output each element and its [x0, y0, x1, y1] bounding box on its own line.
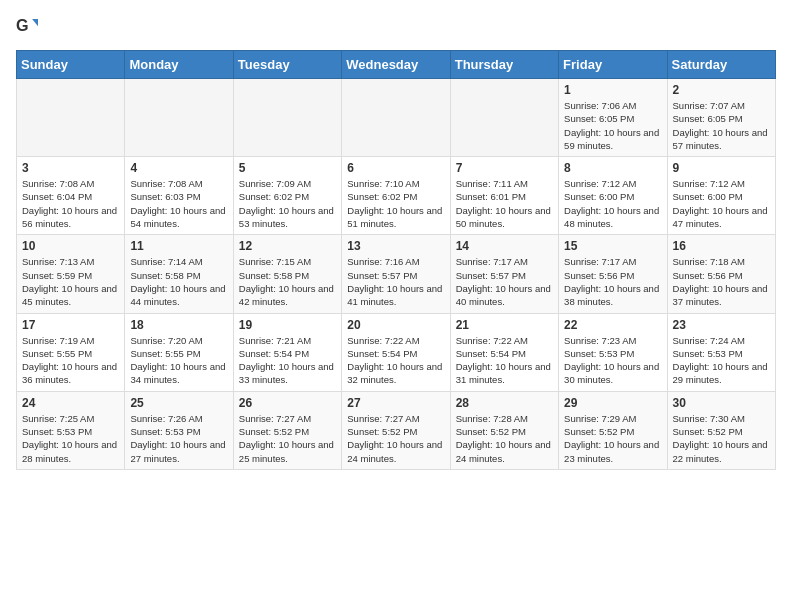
calendar-cell: 6Sunrise: 7:10 AM Sunset: 6:02 PM Daylig…	[342, 157, 450, 235]
svg-text:G: G	[16, 16, 29, 34]
day-number: 27	[347, 396, 444, 410]
day-info: Sunrise: 7:24 AM Sunset: 5:53 PM Dayligh…	[673, 334, 770, 387]
calendar-cell: 19Sunrise: 7:21 AM Sunset: 5:54 PM Dayli…	[233, 313, 341, 391]
calendar-week-4: 17Sunrise: 7:19 AM Sunset: 5:55 PM Dayli…	[17, 313, 776, 391]
calendar-cell: 4Sunrise: 7:08 AM Sunset: 6:03 PM Daylig…	[125, 157, 233, 235]
calendar-cell: 15Sunrise: 7:17 AM Sunset: 5:56 PM Dayli…	[559, 235, 667, 313]
logo: G	[16, 16, 42, 38]
day-info: Sunrise: 7:27 AM Sunset: 5:52 PM Dayligh…	[347, 412, 444, 465]
day-number: 21	[456, 318, 553, 332]
calendar-cell: 23Sunrise: 7:24 AM Sunset: 5:53 PM Dayli…	[667, 313, 775, 391]
day-number: 22	[564, 318, 661, 332]
day-info: Sunrise: 7:16 AM Sunset: 5:57 PM Dayligh…	[347, 255, 444, 308]
day-info: Sunrise: 7:11 AM Sunset: 6:01 PM Dayligh…	[456, 177, 553, 230]
calendar-cell: 1Sunrise: 7:06 AM Sunset: 6:05 PM Daylig…	[559, 79, 667, 157]
calendar-cell	[450, 79, 558, 157]
calendar-cell: 12Sunrise: 7:15 AM Sunset: 5:58 PM Dayli…	[233, 235, 341, 313]
calendar-cell	[342, 79, 450, 157]
day-info: Sunrise: 7:20 AM Sunset: 5:55 PM Dayligh…	[130, 334, 227, 387]
calendar-cell: 8Sunrise: 7:12 AM Sunset: 6:00 PM Daylig…	[559, 157, 667, 235]
day-number: 16	[673, 239, 770, 253]
day-number: 26	[239, 396, 336, 410]
day-info: Sunrise: 7:08 AM Sunset: 6:03 PM Dayligh…	[130, 177, 227, 230]
day-number: 19	[239, 318, 336, 332]
calendar-cell: 9Sunrise: 7:12 AM Sunset: 6:00 PM Daylig…	[667, 157, 775, 235]
day-number: 24	[22, 396, 119, 410]
calendar-cell: 28Sunrise: 7:28 AM Sunset: 5:52 PM Dayli…	[450, 391, 558, 469]
weekday-header-row: SundayMondayTuesdayWednesdayThursdayFrid…	[17, 51, 776, 79]
day-number: 11	[130, 239, 227, 253]
weekday-header-thursday: Thursday	[450, 51, 558, 79]
day-number: 2	[673, 83, 770, 97]
day-info: Sunrise: 7:06 AM Sunset: 6:05 PM Dayligh…	[564, 99, 661, 152]
calendar-cell	[125, 79, 233, 157]
calendar-cell: 25Sunrise: 7:26 AM Sunset: 5:53 PM Dayli…	[125, 391, 233, 469]
day-number: 12	[239, 239, 336, 253]
calendar-cell: 10Sunrise: 7:13 AM Sunset: 5:59 PM Dayli…	[17, 235, 125, 313]
calendar-cell: 3Sunrise: 7:08 AM Sunset: 6:04 PM Daylig…	[17, 157, 125, 235]
calendar-body: 1Sunrise: 7:06 AM Sunset: 6:05 PM Daylig…	[17, 79, 776, 470]
day-info: Sunrise: 7:26 AM Sunset: 5:53 PM Dayligh…	[130, 412, 227, 465]
weekday-header-monday: Monday	[125, 51, 233, 79]
day-info: Sunrise: 7:09 AM Sunset: 6:02 PM Dayligh…	[239, 177, 336, 230]
day-info: Sunrise: 7:28 AM Sunset: 5:52 PM Dayligh…	[456, 412, 553, 465]
day-number: 1	[564, 83, 661, 97]
calendar-cell: 13Sunrise: 7:16 AM Sunset: 5:57 PM Dayli…	[342, 235, 450, 313]
day-number: 13	[347, 239, 444, 253]
weekday-header-sunday: Sunday	[17, 51, 125, 79]
calendar-cell: 5Sunrise: 7:09 AM Sunset: 6:02 PM Daylig…	[233, 157, 341, 235]
day-number: 15	[564, 239, 661, 253]
day-number: 7	[456, 161, 553, 175]
day-number: 17	[22, 318, 119, 332]
day-info: Sunrise: 7:30 AM Sunset: 5:52 PM Dayligh…	[673, 412, 770, 465]
calendar-table: SundayMondayTuesdayWednesdayThursdayFrid…	[16, 50, 776, 470]
logo-icon: G	[16, 16, 38, 38]
calendar-cell: 17Sunrise: 7:19 AM Sunset: 5:55 PM Dayli…	[17, 313, 125, 391]
calendar-cell: 29Sunrise: 7:29 AM Sunset: 5:52 PM Dayli…	[559, 391, 667, 469]
calendar-cell: 27Sunrise: 7:27 AM Sunset: 5:52 PM Dayli…	[342, 391, 450, 469]
calendar-cell	[17, 79, 125, 157]
day-info: Sunrise: 7:18 AM Sunset: 5:56 PM Dayligh…	[673, 255, 770, 308]
day-info: Sunrise: 7:27 AM Sunset: 5:52 PM Dayligh…	[239, 412, 336, 465]
calendar-cell	[233, 79, 341, 157]
weekday-header-saturday: Saturday	[667, 51, 775, 79]
calendar-cell: 14Sunrise: 7:17 AM Sunset: 5:57 PM Dayli…	[450, 235, 558, 313]
day-info: Sunrise: 7:10 AM Sunset: 6:02 PM Dayligh…	[347, 177, 444, 230]
calendar-cell: 24Sunrise: 7:25 AM Sunset: 5:53 PM Dayli…	[17, 391, 125, 469]
day-info: Sunrise: 7:19 AM Sunset: 5:55 PM Dayligh…	[22, 334, 119, 387]
calendar-cell: 7Sunrise: 7:11 AM Sunset: 6:01 PM Daylig…	[450, 157, 558, 235]
day-number: 8	[564, 161, 661, 175]
day-info: Sunrise: 7:29 AM Sunset: 5:52 PM Dayligh…	[564, 412, 661, 465]
calendar-week-1: 1Sunrise: 7:06 AM Sunset: 6:05 PM Daylig…	[17, 79, 776, 157]
day-number: 23	[673, 318, 770, 332]
day-number: 25	[130, 396, 227, 410]
day-info: Sunrise: 7:14 AM Sunset: 5:58 PM Dayligh…	[130, 255, 227, 308]
day-info: Sunrise: 7:07 AM Sunset: 6:05 PM Dayligh…	[673, 99, 770, 152]
weekday-header-tuesday: Tuesday	[233, 51, 341, 79]
day-number: 29	[564, 396, 661, 410]
weekday-header-friday: Friday	[559, 51, 667, 79]
day-info: Sunrise: 7:12 AM Sunset: 6:00 PM Dayligh…	[673, 177, 770, 230]
calendar-cell: 18Sunrise: 7:20 AM Sunset: 5:55 PM Dayli…	[125, 313, 233, 391]
day-info: Sunrise: 7:08 AM Sunset: 6:04 PM Dayligh…	[22, 177, 119, 230]
day-number: 4	[130, 161, 227, 175]
day-info: Sunrise: 7:21 AM Sunset: 5:54 PM Dayligh…	[239, 334, 336, 387]
calendar-cell: 20Sunrise: 7:22 AM Sunset: 5:54 PM Dayli…	[342, 313, 450, 391]
calendar-week-3: 10Sunrise: 7:13 AM Sunset: 5:59 PM Dayli…	[17, 235, 776, 313]
day-info: Sunrise: 7:13 AM Sunset: 5:59 PM Dayligh…	[22, 255, 119, 308]
calendar-cell: 16Sunrise: 7:18 AM Sunset: 5:56 PM Dayli…	[667, 235, 775, 313]
calendar-week-2: 3Sunrise: 7:08 AM Sunset: 6:04 PM Daylig…	[17, 157, 776, 235]
day-info: Sunrise: 7:17 AM Sunset: 5:57 PM Dayligh…	[456, 255, 553, 308]
day-info: Sunrise: 7:25 AM Sunset: 5:53 PM Dayligh…	[22, 412, 119, 465]
day-number: 18	[130, 318, 227, 332]
calendar-cell: 26Sunrise: 7:27 AM Sunset: 5:52 PM Dayli…	[233, 391, 341, 469]
svg-marker-1	[32, 19, 38, 26]
calendar-cell: 11Sunrise: 7:14 AM Sunset: 5:58 PM Dayli…	[125, 235, 233, 313]
page-header: G	[16, 16, 776, 38]
day-info: Sunrise: 7:15 AM Sunset: 5:58 PM Dayligh…	[239, 255, 336, 308]
calendar-cell: 21Sunrise: 7:22 AM Sunset: 5:54 PM Dayli…	[450, 313, 558, 391]
weekday-header-wednesday: Wednesday	[342, 51, 450, 79]
day-info: Sunrise: 7:17 AM Sunset: 5:56 PM Dayligh…	[564, 255, 661, 308]
day-number: 3	[22, 161, 119, 175]
day-number: 10	[22, 239, 119, 253]
